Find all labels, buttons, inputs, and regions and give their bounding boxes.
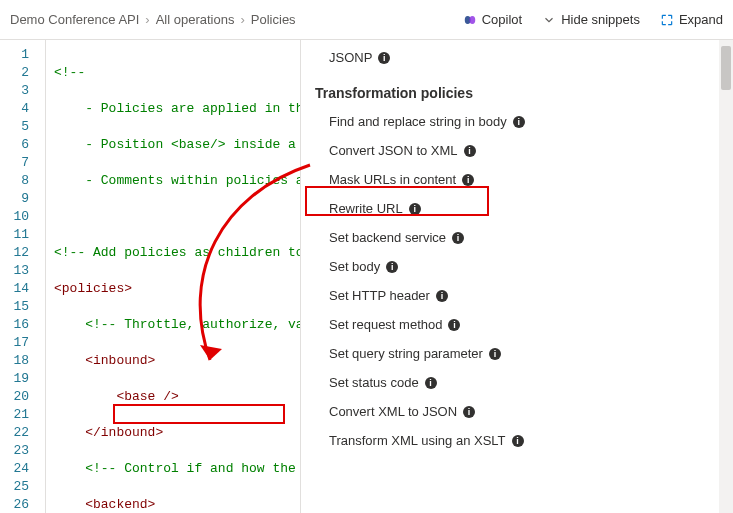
policy-label: Convert XML to JSON xyxy=(329,404,457,419)
code-line: <inbound> xyxy=(54,352,300,370)
code-highlight xyxy=(113,404,285,424)
policy-link-body[interactable]: Set bodyi xyxy=(315,252,719,281)
policy-label: JSONP xyxy=(329,50,372,65)
info-icon[interactable]: i xyxy=(464,145,476,157)
policy-link-status[interactable]: Set status codei xyxy=(315,368,719,397)
code-line: <!-- xyxy=(54,64,300,82)
info-icon[interactable]: i xyxy=(448,319,460,331)
scrollbar-thumb[interactable] xyxy=(721,46,731,90)
policy-link-xslt[interactable]: Transform XML using an XSLTi xyxy=(315,426,719,455)
breadcrumb-policies[interactable]: Policies xyxy=(251,12,296,27)
hide-snippets-label: Hide snippets xyxy=(561,12,640,27)
breadcrumb-api[interactable]: Demo Conference API xyxy=(10,12,139,27)
chevron-right-icon: › xyxy=(145,12,149,27)
policy-link-method[interactable]: Set request methodi xyxy=(315,310,719,339)
policy-editor[interactable]: 1234567891011121314151617181920212223242… xyxy=(0,40,300,513)
code-line: <!-- Add policies as children to xyxy=(54,244,300,262)
code-line: <policies> xyxy=(54,280,300,298)
breadcrumb: Demo Conference API › All operations › P… xyxy=(10,12,463,27)
info-icon[interactable]: i xyxy=(512,435,524,447)
chevron-right-icon: › xyxy=(240,12,244,27)
copilot-icon xyxy=(463,13,477,27)
topbar: Demo Conference API › All operations › P… xyxy=(0,0,733,40)
code-line: - Policies are applied in th xyxy=(54,100,300,118)
policy-link-find[interactable]: Find and replace string in bodyi xyxy=(315,107,719,136)
policy-label: Set HTTP header xyxy=(329,288,430,303)
code-line: <backend> xyxy=(54,496,300,513)
policy-label: Set query string parameter xyxy=(329,346,483,361)
code-content[interactable]: <!-- - Policies are applied in th - Posi… xyxy=(46,40,300,513)
code-line: </inbound> xyxy=(54,424,300,442)
policy-label: Set backend service xyxy=(329,230,446,245)
info-icon[interactable]: i xyxy=(489,348,501,360)
policy-link-header[interactable]: Set HTTP headeri xyxy=(315,281,719,310)
code-line xyxy=(54,208,300,226)
policy-label: Transform XML using an XSLT xyxy=(329,433,506,448)
expand-icon xyxy=(660,13,674,27)
svg-point-1 xyxy=(469,15,475,23)
info-icon[interactable]: i xyxy=(462,174,474,186)
policy-label: Set request method xyxy=(329,317,442,332)
policy-link-backend[interactable]: Set backend servicei xyxy=(315,223,719,252)
expand-label: Expand xyxy=(679,12,723,27)
info-icon[interactable]: i xyxy=(452,232,464,244)
code-line: <!-- Throttle, authorize, va xyxy=(54,316,300,334)
breadcrumb-operations[interactable]: All operations xyxy=(156,12,235,27)
expand-button[interactable]: Expand xyxy=(660,12,723,27)
line-gutter: 1234567891011121314151617181920212223242… xyxy=(0,40,46,513)
code-line: - Comments within policies a xyxy=(54,172,300,190)
info-icon[interactable]: i xyxy=(463,406,475,418)
chevron-down-icon xyxy=(542,13,556,27)
code-line: - Position <base/> inside a xyxy=(54,136,300,154)
hide-snippets-button[interactable]: Hide snippets xyxy=(542,12,640,27)
policy-link-xml2json[interactable]: Convert XML to JSONi xyxy=(315,397,719,426)
info-icon[interactable]: i xyxy=(386,261,398,273)
info-icon[interactable]: i xyxy=(513,116,525,128)
snippets-panel: JSONP i Transformation policies Find and… xyxy=(300,40,733,513)
scrollbar[interactable] xyxy=(719,40,733,513)
policy-label: Find and replace string in body xyxy=(329,114,507,129)
policy-label: Set body xyxy=(329,259,380,274)
policy-label: Mask URLs in content xyxy=(329,172,456,187)
policy-link-json2xml[interactable]: Convert JSON to XMLi xyxy=(315,136,719,165)
snippets-section-title: Transformation policies xyxy=(315,79,719,107)
main-area: 1234567891011121314151617181920212223242… xyxy=(0,40,733,513)
snippet-highlight xyxy=(305,186,489,216)
policy-label: Set status code xyxy=(329,375,419,390)
copilot-label: Copilot xyxy=(482,12,522,27)
info-icon[interactable]: i xyxy=(425,377,437,389)
policy-label: Convert JSON to XML xyxy=(329,143,458,158)
code-line: <!-- Control if and how the xyxy=(54,460,300,478)
info-icon[interactable]: i xyxy=(378,52,390,64)
copilot-button[interactable]: Copilot xyxy=(463,12,522,27)
policy-link-jsonp[interactable]: JSONP i xyxy=(315,44,719,79)
policy-link-query[interactable]: Set query string parameteri xyxy=(315,339,719,368)
info-icon[interactable]: i xyxy=(436,290,448,302)
